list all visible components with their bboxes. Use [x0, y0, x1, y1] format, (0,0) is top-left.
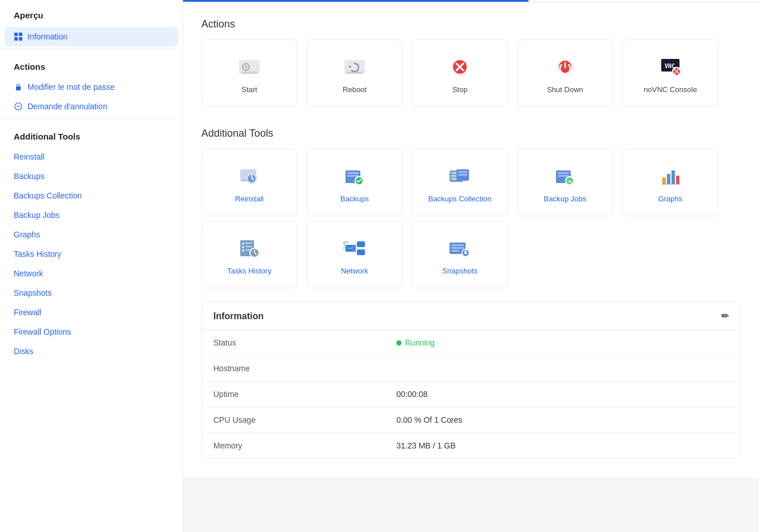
progress-indicator: [183, 0, 528, 2]
info-row-cpu: CPU Usage 0.00 % Of 1 Cores: [202, 407, 740, 433]
svg-rect-67: [451, 247, 464, 249]
sidebar-item-reinstall[interactable]: Reinstall: [0, 147, 182, 166]
svg-rect-31: [347, 172, 359, 174]
reboot-icon: [341, 53, 368, 81]
svg-rect-3: [19, 37, 22, 41]
actions-cards-grid: Start Reboot: [201, 39, 741, 107]
main-content: Actions Start: [183, 0, 759, 532]
network-icon: [341, 235, 368, 262]
svg-rect-63: [357, 241, 365, 247]
backup-jobs-label: Backup Jobs: [544, 194, 586, 203]
sidebar-item-backups-collection[interactable]: Backups Collection: [0, 186, 182, 205]
svg-rect-48: [662, 177, 666, 184]
actions-section-title: Actions: [201, 2, 741, 39]
svg-rect-2: [14, 37, 18, 41]
status-badge: Running: [396, 338, 729, 347]
svg-rect-32: [347, 175, 359, 177]
stop-card[interactable]: Stop: [412, 39, 508, 107]
snapshots-card[interactable]: Snapshots: [412, 221, 508, 288]
sidebar-item-disks[interactable]: Disks: [0, 342, 182, 361]
sidebar-item-backup-jobs[interactable]: Backup Jobs: [0, 205, 182, 225]
graphs-icon: [657, 162, 684, 190]
info-row-hostname: Hostname: [202, 356, 740, 382]
start-icon: [236, 53, 263, 81]
snapshots-icon: [446, 235, 474, 262]
svg-rect-55: [245, 243, 252, 244]
backups-card[interactable]: Backups: [307, 149, 403, 216]
svg-rect-40: [458, 171, 467, 173]
sidebar-item-snapshots[interactable]: Snapshots: [0, 283, 182, 303]
graphs-label: Graphs: [658, 194, 683, 203]
sidebar-item-graphs[interactable]: Graphs: [0, 225, 182, 244]
shutdown-card[interactable]: Shut Down: [517, 39, 613, 107]
graphs-card[interactable]: Graphs: [622, 149, 718, 216]
svg-rect-43: [558, 172, 569, 174]
info-row-uptime: Uptime 00:00:08: [202, 382, 740, 407]
tools-section-title: Additional Tools: [201, 112, 741, 149]
backup-jobs-card[interactable]: % Backup Jobs: [517, 149, 613, 216]
stop-label: Stop: [452, 85, 468, 94]
novnc-label: noVNC Console: [643, 85, 697, 94]
svg-rect-57: [245, 246, 252, 247]
start-card[interactable]: Start: [201, 39, 297, 107]
backups-collection-icon: [446, 162, 474, 190]
tasks-history-card[interactable]: Tasks History: [201, 221, 297, 288]
additional-tools-title: Additional Tools: [0, 121, 182, 147]
tasks-history-label: Tasks History: [227, 267, 271, 275]
information-section: Information ✏ Status Running Hostname Up…: [201, 302, 741, 459]
svg-rect-56: [242, 246, 244, 248]
svg-text:%: %: [568, 179, 572, 184]
lock-icon: [14, 82, 23, 92]
svg-rect-71: [464, 251, 467, 254]
sidebar-item-firewall-options[interactable]: Firewall Options: [0, 322, 182, 342]
reboot-label: Reboot: [343, 85, 367, 94]
shutdown-label: Shut Down: [547, 85, 583, 94]
snapshots-label: Snapshots: [442, 267, 477, 275]
reinstall-icon: [236, 162, 263, 190]
svg-rect-4: [16, 86, 21, 90]
svg-rect-50: [671, 170, 675, 184]
info-row-status: Status Running: [202, 330, 740, 356]
network-label: Network: [341, 267, 368, 275]
svg-rect-51: [676, 176, 679, 184]
sidebar-item-information[interactable]: Information: [5, 27, 178, 46]
edit-icon[interactable]: ✏: [721, 311, 729, 321]
sidebar-item-cancel[interactable]: Demande d'annulation: [0, 97, 182, 116]
svg-rect-8: [241, 72, 257, 74]
svg-rect-41: [458, 174, 467, 176]
information-icon: [14, 32, 23, 41]
svg-rect-58: [242, 249, 244, 252]
svg-rect-0: [14, 33, 18, 36]
svg-rect-68: [451, 250, 459, 252]
information-header: Information ✏: [202, 303, 740, 330]
backups-icon: [341, 162, 368, 190]
svg-rect-66: [451, 244, 464, 246]
reinstall-label: Reinstall: [235, 194, 264, 203]
svg-rect-54: [242, 243, 244, 245]
sidebar-item-tasks-history[interactable]: Tasks History: [0, 244, 182, 264]
novnc-card[interactable]: VNC noVNC Console: [622, 39, 718, 107]
backup-jobs-icon: %: [551, 162, 579, 190]
reboot-card[interactable]: Reboot: [307, 39, 403, 107]
start-label: Start: [241, 85, 257, 94]
sidebar-item-backups[interactable]: Backups: [0, 166, 182, 186]
cancel-icon: [14, 102, 23, 111]
top-progress-bar: [183, 0, 759, 2]
stop-icon: [446, 53, 474, 81]
status-dot: [396, 340, 402, 346]
network-card[interactable]: Network: [307, 221, 403, 288]
sidebar-item-firewall[interactable]: Firewall: [0, 303, 182, 322]
tools-cards-row1: Reinstall Backups: [201, 149, 741, 216]
reinstall-card[interactable]: Reinstall: [201, 149, 297, 216]
sidebar: Aperçu Information Actions Modifier le m…: [0, 0, 183, 532]
tasks-history-icon: [236, 235, 263, 262]
vnc-icon: VNC: [657, 53, 684, 81]
backups-collection-label: Backups Collection: [428, 194, 492, 203]
svg-rect-64: [357, 249, 365, 255]
svg-point-10: [245, 66, 247, 68]
sidebar-item-password[interactable]: Modifier le mot de passe: [0, 77, 182, 97]
sidebar-item-network[interactable]: Network: [0, 264, 182, 283]
svg-rect-1: [19, 33, 22, 36]
content-area: Actions Start: [183, 2, 759, 477]
backups-collection-card[interactable]: Backups Collection: [412, 149, 508, 216]
